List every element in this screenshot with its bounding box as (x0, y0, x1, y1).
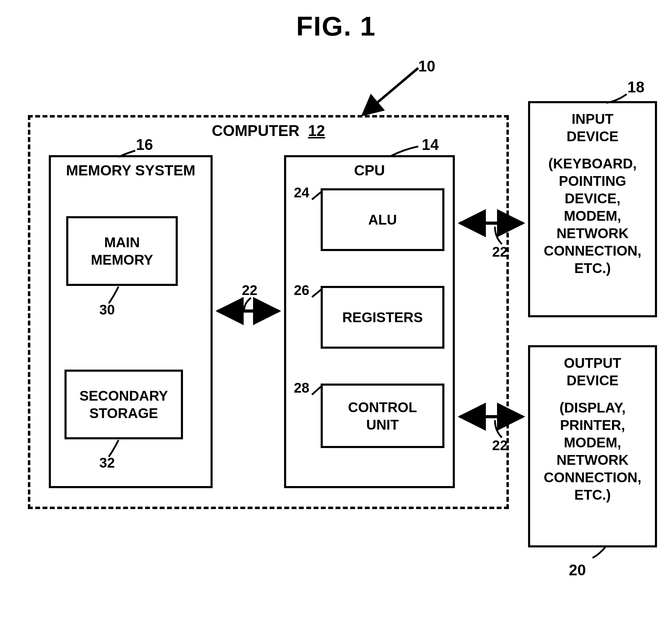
registers-text: REGISTERS (342, 309, 423, 326)
figure-title: FIG. 1 (0, 10, 672, 42)
ref-26: 26 (294, 282, 310, 298)
ref-22-mid: 22 (242, 282, 258, 298)
ref-10: 10 (418, 58, 435, 75)
input-device-box: INPUT DEVICE (KEYBOARD, POINTING DEVICE,… (528, 101, 657, 317)
ref-14: 14 (422, 136, 439, 153)
output-device-body: (DISPLAY, PRINTER, MODEM, NETWORK CONNEC… (544, 399, 641, 503)
ref-16: 16 (136, 136, 153, 153)
main-memory-box: MAIN MEMORY (66, 216, 178, 286)
computer-label: COMPUTER 12 (195, 122, 342, 139)
registers-box: REGISTERS (321, 286, 444, 349)
secondary-storage-box: SECONDARY STORAGE (64, 370, 183, 439)
output-device-box: OUTPUT DEVICE (DISPLAY, PRINTER, MODEM, … (528, 345, 657, 547)
ref-22-bot: 22 (492, 438, 508, 453)
ref-28: 28 (294, 380, 310, 396)
control-unit-text: CONTROL UNIT (348, 399, 417, 433)
input-device-title: INPUT DEVICE (567, 110, 619, 145)
ref-24: 24 (294, 185, 310, 200)
control-unit-box: CONTROL UNIT (321, 384, 444, 448)
secondary-storage-text: SECONDARY STORAGE (79, 387, 168, 422)
svg-line-0 (362, 68, 418, 115)
ref-12: 12 (308, 122, 325, 139)
ref-32: 32 (99, 455, 115, 471)
ref-30: 30 (99, 302, 115, 318)
alu-box: ALU (321, 188, 444, 251)
main-memory-text: MAIN MEMORY (91, 234, 153, 268)
ref-22-top: 22 (492, 244, 508, 260)
input-device-body: (KEYBOARD, POINTING DEVICE, MODEM, NETWO… (544, 155, 641, 277)
computer-label-text: COMPUTER (212, 122, 299, 139)
alu-text: ALU (368, 211, 397, 228)
ref-18: 18 (627, 78, 644, 96)
cpu-title: CPU (354, 162, 385, 179)
diagram-canvas: FIG. 1 COMPUTER 12 MEMORY SYSTEM MAIN ME… (0, 0, 672, 621)
output-device-title: OUTPUT DEVICE (564, 354, 621, 389)
ref-20: 20 (569, 561, 586, 579)
memory-system-title: MEMORY SYSTEM (66, 162, 195, 179)
